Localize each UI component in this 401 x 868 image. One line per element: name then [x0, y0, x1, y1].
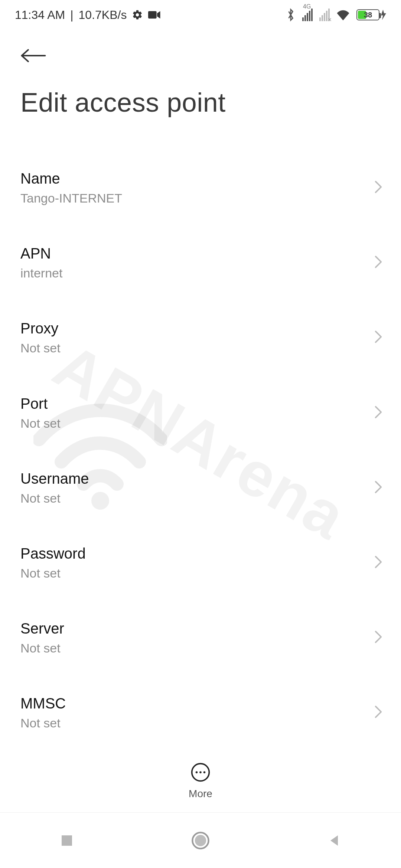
- row-value: Not set: [20, 415, 371, 431]
- apn-settings-list: Name Tango-INTERNET APN internet Proxy N…: [0, 156, 401, 749]
- row-mmsc[interactable]: MMSC Not set: [0, 681, 401, 744]
- square-icon: [59, 833, 74, 848]
- nav-recents-button[interactable]: [30, 833, 104, 848]
- nav-home-button[interactable]: [163, 831, 238, 850]
- row-value: Not set: [20, 715, 371, 731]
- chevron-right-icon: [374, 705, 382, 720]
- wifi-icon: [336, 9, 350, 20]
- chevron-right-icon: [374, 630, 382, 645]
- row-proxy[interactable]: Proxy Not set: [0, 306, 401, 369]
- row-name[interactable]: Name Tango-INTERNET: [0, 156, 401, 220]
- navigation-bar: [0, 812, 401, 868]
- row-value: Tango-INTERNET: [20, 190, 371, 206]
- chevron-right-icon: [374, 180, 382, 195]
- triangle-left-icon: [327, 833, 342, 848]
- more-label: More: [189, 788, 212, 800]
- chevron-right-icon: [374, 405, 382, 421]
- signal-nosim-icon: ✕: [319, 9, 330, 21]
- row-apn[interactable]: APN internet: [0, 231, 401, 295]
- row-label: Password: [20, 544, 371, 563]
- row-value: internet: [20, 265, 371, 281]
- nav-back-button[interactable]: [297, 833, 371, 848]
- status-time: 11:34 AM: [15, 8, 65, 22]
- row-value: Not set: [20, 340, 371, 356]
- svg-point-5: [199, 771, 202, 773]
- status-netspeed: 10.7KB/s: [79, 8, 127, 22]
- svg-rect-1: [148, 11, 157, 19]
- status-separator: |: [70, 8, 73, 22]
- battery-pct: 38: [357, 11, 379, 19]
- more-button[interactable]: More: [189, 762, 212, 800]
- bluetooth-icon: [286, 8, 296, 22]
- circle-icon: [191, 831, 210, 850]
- row-value: Not set: [20, 565, 371, 581]
- chevron-right-icon: [374, 555, 382, 571]
- chevron-right-icon: [374, 330, 382, 345]
- row-server[interactable]: Server Not set: [0, 606, 401, 670]
- battery-icon: 38: [356, 9, 386, 20]
- page-title: Edit access point: [20, 87, 226, 118]
- chevron-right-icon: [374, 255, 382, 270]
- row-label: Name: [20, 169, 371, 188]
- row-label: MMSC: [20, 694, 371, 713]
- row-label: Server: [20, 619, 371, 638]
- back-arrow-icon: [20, 48, 46, 63]
- back-button[interactable]: [20, 48, 46, 65]
- status-bar: 11:34 AM | 10.7KB/s 4G ✕: [0, 0, 401, 30]
- row-label: Port: [20, 394, 371, 413]
- row-password[interactable]: Password Not set: [0, 531, 401, 595]
- signal-4g-icon: 4G: [302, 9, 313, 21]
- row-label: Username: [20, 469, 371, 488]
- svg-rect-7: [62, 835, 72, 846]
- svg-point-6: [203, 771, 206, 773]
- signal-4g-label: 4G: [303, 3, 311, 10]
- row-value: Not set: [20, 490, 371, 506]
- svg-point-4: [196, 771, 198, 773]
- gear-icon: [132, 9, 143, 20]
- chevron-right-icon: [374, 480, 382, 496]
- more-icon: [190, 762, 211, 784]
- row-label: Proxy: [20, 319, 371, 338]
- svg-point-9: [195, 835, 206, 846]
- row-label: APN: [20, 244, 371, 263]
- row-username[interactable]: Username Not set: [0, 456, 401, 520]
- bottom-action-bar: More: [0, 749, 401, 812]
- video-icon: [148, 10, 161, 19]
- row-port[interactable]: Port Not set: [0, 381, 401, 445]
- row-value: Not set: [20, 640, 371, 656]
